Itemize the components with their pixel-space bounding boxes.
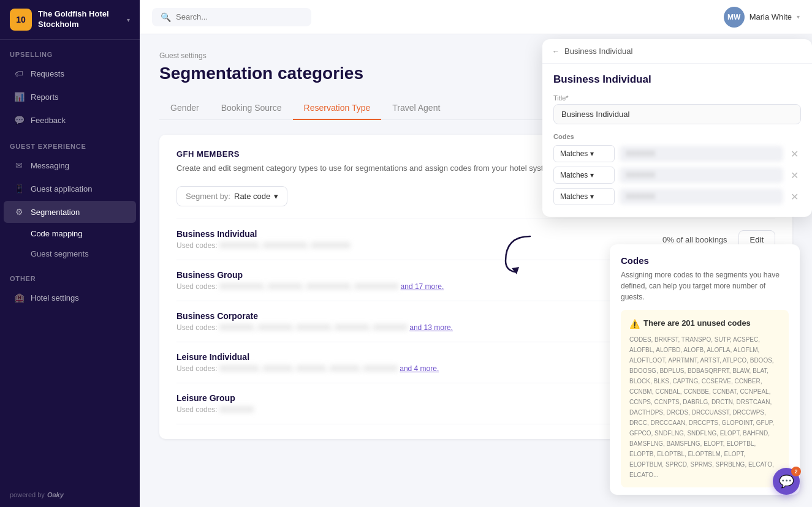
sidebar-item-hotel-settings[interactable]: 🏨 Hotel settings [4,287,136,309]
user-menu-chevron[interactable]: ▾ [797,13,800,20]
delete-code-icon[interactable]: ✕ [788,148,801,160]
sidebar: 10 The Goldfish Hotel Stockholm ▾ Upsell… [0,0,140,507]
feedback-icon: 💬 [13,115,25,126]
reports-icon: 📊 [13,91,25,102]
chat-badge: 2 [791,467,801,476]
segment-row-info: Leisure Group Used codes: XXXXXXX [176,393,629,414]
segment-row-codes: Used codes: XXXXXXXX, XXXXXX, XXXXXX, XX… [176,364,629,373]
segment-row-name: Business Group [176,270,629,280]
segment-row-info: Business Group Used codes: XXXXXXXXX, XX… [176,270,629,291]
segment-row-info: Leisure Individual Used codes: XXXXXXXX,… [176,352,629,373]
warning-icon: ⚠️ [629,317,640,331]
codes-tooltip: Codes Assigning more codes to the segmen… [610,244,800,495]
segment-row-codes: Used codes: XXXXXXXX, XXXXXXXXX, XXXXXXX… [176,241,629,250]
tab-booking-source[interactable]: Booking Source [210,97,293,120]
codes-tooltip-desc: Assigning more codes to the segments you… [621,269,789,302]
fp-code-row: Matches ▾ XXXXXX ✕ [553,145,801,162]
more-codes-link[interactable]: and 17 more. [401,282,444,291]
topbar: 🔍 MW Maria White ▾ [140,0,812,34]
segment-row-stat: 0% of all bookings [629,235,727,244]
hotel-settings-icon: 🏨 [13,292,25,303]
segment-row-codes: Used codes: XXXXXXX, XXXXXXX, XXXXXXX, X… [176,323,629,332]
sidebar-section-other: Other [0,264,140,286]
oaky-brand: Oaky [47,491,64,498]
segmentation-icon: ⚙ [13,206,25,217]
content-area: Guest settings Segmentation categories G… [140,34,812,507]
delete-code-icon[interactable]: ✕ [788,191,801,203]
fp-title-field-value[interactable]: Business Individual [553,104,801,124]
requests-icon: 🏷 [13,68,25,79]
tab-gender[interactable]: Gender [159,97,210,120]
segment-row-codes: Used codes: XXXXXXXXX, XXXXXXX, XXXXXXXX… [176,282,629,291]
sidebar-logo: 10 [10,9,32,31]
sidebar-item-segmentation[interactable]: ⚙ Segmentation [4,201,136,223]
sidebar-item-guest-app[interactable]: 📱 Guest application [4,178,136,200]
sidebar-item-requests[interactable]: 🏷 Requests [4,62,136,85]
fp-codes-label: Codes [553,133,801,140]
segment-by-value: Rate code [234,192,270,201]
segment-row-name: Business Individual [176,229,629,239]
segment-by-label: Segment by: [186,192,230,201]
segment-row-info: Business Individual Used codes: XXXXXXXX… [176,229,629,250]
fp-body: Business Individual Title* Business Indi… [542,64,812,217]
messaging-icon: ✉ [13,160,25,171]
fp-match-select[interactable]: Matches ▾ [553,188,615,205]
segment-row-info: Business Corporate Used codes: XXXXXXX, … [176,311,629,332]
fp-title: Business Individual [553,73,801,86]
delete-code-icon[interactable]: ✕ [788,170,801,181]
fp-code-row: Matches ▾ XXXXXX ✕ [553,188,801,205]
search-input[interactable] [176,12,303,21]
chat-bubble-button[interactable]: 💬 2 [773,468,800,495]
fp-match-select[interactable]: Matches ▾ [553,145,615,162]
sidebar-hotel-name: The Goldfish Hotel Stockholm [38,9,121,30]
fp-code-row: Matches ▾ XXXXXX ✕ [553,167,801,184]
sidebar-hotel-header[interactable]: 10 The Goldfish Hotel Stockholm ▾ [0,0,140,40]
codes-warning: ⚠️ There are 201 unused codes CODES, BRK… [621,310,789,487]
search-icon: 🔍 [161,12,171,22]
tab-reservation-type[interactable]: Reservation Type [293,97,382,120]
sidebar-item-feedback[interactable]: 💬 Feedback [4,109,136,131]
sidebar-section-guest-experience: Guest experience [0,132,140,154]
fp-back-label: Business Individual [564,47,632,56]
decorative-arrow [493,230,542,279]
chat-icon: 💬 [779,474,794,489]
tab-travel-agent[interactable]: Travel Agent [381,97,451,120]
chevron-down-icon: ▾ [127,17,130,23]
floating-panel: ← Business Individual Business Individua… [542,39,812,217]
back-arrow-icon: ← [552,47,560,56]
sidebar-footer: powered by Oaky [0,483,140,507]
segment-by-dropdown[interactable]: Segment by: Rate code ▾ [176,186,287,206]
guest-app-icon: 📱 [13,183,25,194]
codes-tooltip-title: Codes [621,255,789,266]
segment-row-name: Business Corporate [176,311,629,321]
sidebar-sub-item-guest-segments[interactable]: Guest segments [4,244,136,263]
fp-back-header[interactable]: ← Business Individual [542,39,812,64]
segment-row-name: Leisure Individual [176,352,629,362]
fp-match-select[interactable]: Matches ▾ [553,167,615,184]
codes-warning-title: ⚠️ There are 201 unused codes [629,317,780,331]
sidebar-item-reports[interactable]: 📊 Reports [4,86,136,108]
search-box[interactable]: 🔍 [152,8,311,26]
segment-by-chevron: ▾ [274,192,278,201]
topbar-right: MW Maria White ▾ [724,7,800,28]
main-area: 🔍 MW Maria White ▾ Guest settings Segmen… [140,0,812,507]
avatar: MW [724,7,745,28]
sidebar-section-upselling: Upselling [0,40,140,62]
codes-list: CODES, BRKFST, TRANSPO, SUTP, ACSPEC, AL… [629,334,780,480]
sidebar-item-messaging[interactable]: ✉ Messaging [4,154,136,176]
user-name: Maria White [749,12,792,21]
more-codes-link[interactable]: and 13 more. [409,323,453,332]
segment-row-name: Leisure Group [176,393,629,403]
sidebar-sub-item-code-mapping[interactable]: Code mapping [4,224,136,243]
segment-row-codes: Used codes: XXXXXXX [176,405,629,414]
fp-title-field-label: Title* [553,94,801,102]
more-codes-link[interactable]: and 4 more. [400,364,439,373]
